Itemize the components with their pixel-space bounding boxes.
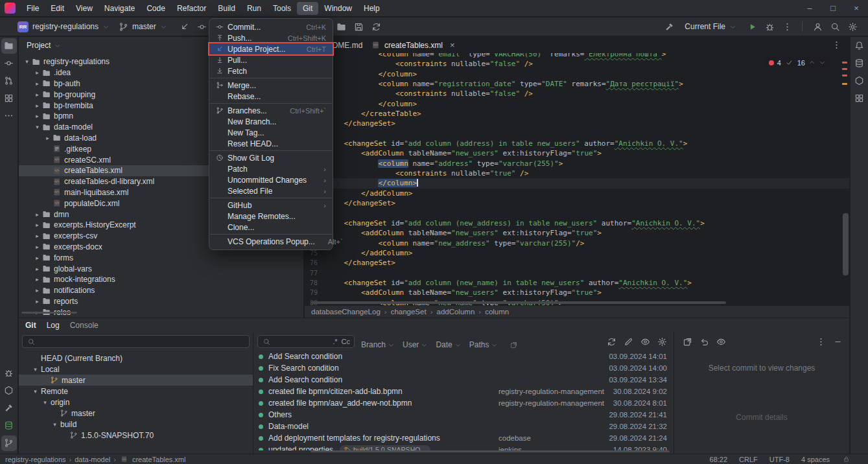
search-everywhere-button[interactable]	[827, 19, 843, 34]
close-tab-icon[interactable]: ×	[450, 40, 455, 50]
tab-console[interactable]: Console	[70, 321, 99, 330]
menubar-navigate[interactable]: Navigate	[99, 2, 141, 15]
settings-button[interactable]	[845, 19, 860, 34]
project-tree-item-forms[interactable]: ▸forms	[19, 252, 303, 263]
project-tree-item-global-vars[interactable]: ▸global-vars	[19, 263, 303, 274]
menubar-help[interactable]: Help	[358, 2, 386, 15]
project-tree-item-notifications[interactable]: ▸notifications	[19, 285, 303, 296]
project-tree-item-mock-integrations[interactable]: ▸mock-integrations	[19, 274, 303, 285]
maximize-button[interactable]: □	[821, 3, 845, 13]
git-menu-vcs-operations-popup[interactable]: VCS Operations Popup...Alt+`	[209, 236, 333, 247]
editor-area[interactable]: README.md </> createTables.xml × 55 <col…	[305, 37, 849, 318]
filter-date[interactable]: Date	[436, 340, 461, 349]
debug-button[interactable]	[762, 19, 777, 34]
git-menu-branches[interactable]: Branches...Ctrl+Shift+`	[209, 105, 333, 116]
reload-from-disk-button[interactable]	[369, 19, 384, 34]
error-stripe-mark[interactable]	[842, 75, 847, 76]
editor-horizontal-scrollbar[interactable]	[311, 301, 726, 304]
filter-paths[interactable]: Paths	[469, 340, 499, 349]
layout-options-button[interactable]	[813, 334, 828, 349]
more-tabs-icon[interactable]	[832, 40, 841, 50]
menubar-tools[interactable]: Tools	[267, 2, 297, 15]
commit-row[interactable]: Others29.08.2024 21:41	[253, 409, 674, 421]
git-menu-uncommitted-changes[interactable]: Uncommitted Changes›	[209, 174, 333, 185]
horizontal-scrollbar[interactable]	[311, 450, 670, 452]
git-menu-update-project[interactable]: Update Project...Ctrl+T	[209, 43, 333, 54]
menubar-file[interactable]: File	[21, 2, 45, 15]
run-configuration-widget[interactable]: Current File	[680, 19, 741, 34]
rollback-button[interactable]	[696, 334, 712, 349]
status-path-data-model[interactable]: data-model	[75, 456, 110, 463]
status-path-registry-regulations[interactable]: registry-regulations	[5, 456, 66, 463]
menubar-git[interactable]: Git	[297, 2, 318, 15]
menubar-window[interactable]: Window	[318, 2, 358, 15]
git-menu-commit[interactable]: Commit...Ctrl+K	[209, 21, 333, 32]
git-menu-selected-file[interactable]: Selected File›	[209, 185, 333, 196]
tab-log[interactable]: Log	[47, 321, 60, 330]
git-menu-clone[interactable]: Clone...	[209, 222, 333, 233]
breadcrumb-column[interactable]: column	[485, 308, 509, 316]
warning-stripe-mark[interactable]	[842, 83, 847, 85]
pull-requests-button[interactable]	[1, 73, 17, 89]
commit-button[interactable]	[1, 56, 17, 71]
notifications-button[interactable]	[852, 38, 867, 54]
branch-item-head-current-branch[interactable]: HEAD (Current Branch)	[19, 353, 253, 364]
hide-panel-button[interactable]	[830, 334, 845, 349]
database-button[interactable]	[852, 56, 867, 71]
commit-row[interactable]: Fix Search condition03.09.2024 14:00	[253, 362, 674, 374]
branches-tree[interactable]: HEAD (Current Branch)▾Localmaster▾Remote…	[19, 353, 253, 454]
commit-row[interactable]: created file bpmn/aav_add-new-not.bpmnre…	[253, 397, 674, 409]
menubar-view[interactable]: View	[70, 2, 99, 15]
status-path-createtables-xml[interactable]: createTables.xml	[132, 456, 186, 463]
commit-row[interactable]: Add deployment templates for registry-re…	[253, 432, 674, 444]
edit-filters-button[interactable]	[620, 334, 636, 349]
indent-style[interactable]: 4 spaces	[801, 456, 830, 463]
project-button[interactable]	[1, 38, 17, 54]
read-only-lock-icon[interactable]	[843, 456, 850, 463]
menubar-run[interactable]: Run	[241, 2, 267, 15]
commit-row[interactable]: Add Search condition03.09.2024 13:34	[253, 374, 674, 386]
git-menu-manage-remotes[interactable]: Manage Remotes...	[209, 211, 333, 222]
code-viewport[interactable]: 55 <column name="email" type="VARCHAR(50…	[305, 53, 849, 305]
menubar-code[interactable]: Code	[141, 2, 171, 15]
file-encoding[interactable]: UTF-8	[769, 456, 790, 463]
more-run-options-button[interactable]	[779, 19, 795, 34]
git-menu-fetch[interactable]: Fetch	[209, 65, 333, 76]
problems-button[interactable]	[1, 365, 17, 381]
database-button[interactable]	[1, 418, 17, 434]
prev-problem-icon[interactable]	[808, 59, 815, 66]
breadcrumb-databasechangelog[interactable]: databaseChangeLog	[311, 308, 381, 316]
filter-user[interactable]: User	[403, 340, 428, 349]
git-menu-new-tag[interactable]: New Tag...	[209, 127, 333, 138]
menubar-build[interactable]: Build	[212, 2, 241, 15]
open-project-folder-button[interactable]	[334, 19, 349, 34]
build-project-button[interactable]	[661, 19, 677, 34]
editor-scrollbar[interactable]	[843, 213, 849, 275]
gradle-button[interactable]	[852, 73, 867, 89]
git-menu-pull[interactable]: Pull...	[209, 54, 333, 65]
next-problem-icon[interactable]	[819, 59, 826, 66]
git-menu-reset-head[interactable]: Reset HEAD...	[209, 138, 333, 149]
branch-item-master[interactable]: master	[19, 375, 253, 386]
git-button[interactable]	[1, 435, 17, 451]
commit-row[interactable]: updated propertiesbuild/1.5.0-SNAPSHO...…	[253, 444, 674, 450]
preview-diff-button[interactable]	[637, 334, 653, 349]
line-separator[interactable]: CRLF	[739, 456, 758, 463]
branch-item-build[interactable]: ▾build	[19, 419, 253, 430]
preview-button[interactable]	[713, 334, 729, 349]
branch-widget[interactable]: master	[114, 19, 172, 34]
commit-row[interactable]: Data-model29.08.2024 21:32	[253, 421, 674, 432]
commit-list[interactable]: Add Search condition03.09.2024 14:01Fix …	[253, 351, 674, 450]
refresh-button[interactable]	[604, 334, 619, 349]
error-stripe-mark[interactable]	[842, 62, 847, 64]
git-menu-new-branch[interactable]: New Branch...	[209, 116, 333, 127]
minimize-button[interactable]: –	[798, 3, 821, 13]
inspections-widget[interactable]: 4 16	[765, 56, 830, 69]
project-widget[interactable]: RR registry-regulations	[13, 19, 114, 34]
horizontal-scrollbar[interactable]	[21, 312, 77, 314]
caret-position[interactable]: 68:22	[710, 456, 728, 463]
commit-row[interactable]: created file bpmn/citizen-add-lab.bpmnre…	[253, 386, 674, 397]
run-button[interactable]	[744, 19, 760, 34]
update-project-button[interactable]	[177, 19, 193, 34]
git-menu-merge[interactable]: Merge...	[209, 80, 333, 91]
